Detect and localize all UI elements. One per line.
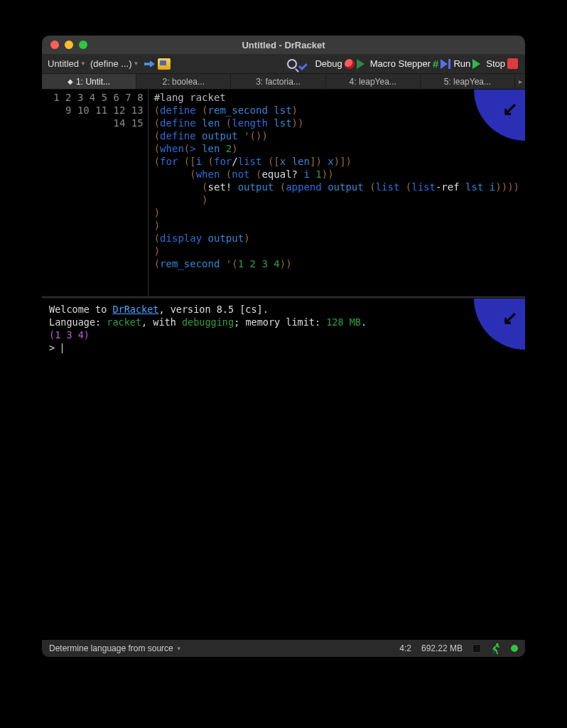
play-icon [472, 59, 480, 69]
search-icon [287, 59, 297, 69]
check-icon [299, 59, 309, 69]
chevron-down-icon: ▼ [176, 646, 182, 652]
window-controls [42, 41, 87, 49]
tab-overflow-button[interactable]: ▸ [515, 74, 525, 89]
status-bar: Determine language from source ▼ 4:2 692… [42, 640, 525, 657]
bug-icon [345, 59, 355, 69]
code-editor[interactable]: #lang racket (define (rem_second lst) (d… [148, 90, 525, 296]
tab-3[interactable]: 3: factoria... [231, 74, 325, 89]
run-button[interactable]: Run [452, 58, 482, 70]
definitions-pane[interactable]: 1 2 3 4 5 6 7 8 9 10 11 12 13 14 15 #lan… [42, 90, 525, 296]
macro-stepper-label: Macro Stepper [370, 58, 431, 69]
tab-label: 5: leapYea... [444, 77, 491, 87]
window-title: Untitled - DrRacket [42, 40, 525, 50]
text: Welcome to [49, 304, 112, 315]
tab-2[interactable]: 2: boolea... [136, 74, 231, 89]
step-forward-icon [441, 59, 448, 69]
gc-indicator[interactable] [472, 644, 481, 653]
cursor-position[interactable]: 4:2 [399, 643, 411, 653]
tab-bar: ◆ 1: Untit... 2: boolea... 3: factoria..… [42, 74, 525, 90]
tab-label: 4: leapYea... [350, 77, 396, 87]
repl-prompt-line[interactable]: > [49, 341, 518, 354]
tab-label: 1: Untit... [76, 77, 110, 87]
text: , with [141, 316, 182, 328]
running-man-icon[interactable] [491, 643, 501, 654]
drracket-window: Untitled - DrRacket Untitled ▼ (define .… [42, 36, 525, 657]
tab-label: 2: boolea... [163, 77, 205, 87]
save-button[interactable] [143, 58, 172, 70]
debug-label: Debug [315, 58, 342, 69]
interactions-pane[interactable]: Welcome to DrRacket, version 8.5 [cs]. L… [42, 299, 525, 640]
line-gutter: 1 2 3 4 5 6 7 8 9 10 11 12 13 14 15 [42, 90, 148, 296]
toolbar: Untitled ▼ (define ...) ▼ Debug [42, 54, 525, 74]
debug-mode: debugging [182, 316, 234, 328]
save-icon [158, 58, 171, 70]
text: Language: [49, 316, 107, 328]
check-syntax-button[interactable] [286, 58, 310, 70]
tab-label: 3: factoria... [256, 77, 301, 87]
macro-stepper-button[interactable]: Macro Stepper # [369, 57, 450, 70]
tab-5[interactable]: 5: leapYea... [421, 74, 515, 89]
language-selector[interactable]: Determine language from source ▼ [49, 643, 182, 653]
close-window-button[interactable] [50, 41, 59, 49]
repl-program-output: (1 3 4) [49, 328, 518, 341]
define-menu-label: (define ...) [90, 58, 132, 69]
run-label: Run [453, 58, 470, 69]
text: . [361, 316, 367, 328]
tab-4[interactable]: 4: leapYea... [326, 74, 421, 89]
define-menu-dropdown[interactable]: (define ...) ▼ [90, 58, 139, 69]
text: , version 8.5 [cs]. [158, 304, 268, 315]
zoom-window-button[interactable] [79, 41, 87, 49]
memory-limit: 128 MB [326, 316, 361, 328]
debug-button[interactable]: Debug [313, 58, 365, 70]
hash-icon: # [433, 58, 438, 70]
text-cursor [62, 343, 63, 353]
repl-language-line: Language: racket, with debugging; memory… [49, 316, 518, 328]
titlebar[interactable]: Untitled - DrRacket [42, 36, 525, 54]
play-icon [357, 59, 364, 69]
minimize-window-button[interactable] [65, 41, 73, 49]
unsaved-indicator-icon: ◆ [68, 77, 73, 85]
memory-usage[interactable]: 692.22 MB [421, 643, 463, 653]
status-dot-icon[interactable] [511, 645, 518, 652]
tab-1[interactable]: ◆ 1: Untit... [42, 74, 136, 89]
repl-prompt: > [49, 342, 55, 353]
file-menu-label: Untitled [48, 58, 79, 69]
stop-icon [507, 58, 518, 69]
chevron-down-icon: ▼ [80, 60, 86, 67]
repl-welcome-line: Welcome to DrRacket, version 8.5 [cs]. [49, 303, 518, 316]
language-selector-label: Determine language from source [49, 643, 173, 653]
file-menu-dropdown[interactable]: Untitled ▼ [48, 58, 86, 69]
drracket-link[interactable]: DrRacket [112, 304, 158, 315]
text: ; memory limit: [234, 316, 326, 328]
language-name: racket [107, 316, 141, 328]
chevron-down-icon: ▼ [134, 60, 139, 67]
arrow-right-icon [144, 60, 156, 68]
stop-button[interactable]: Stop [485, 58, 519, 70]
repl-output[interactable]: Welcome to DrRacket, version 8.5 [cs]. L… [42, 299, 525, 358]
stop-label: Stop [486, 58, 505, 69]
